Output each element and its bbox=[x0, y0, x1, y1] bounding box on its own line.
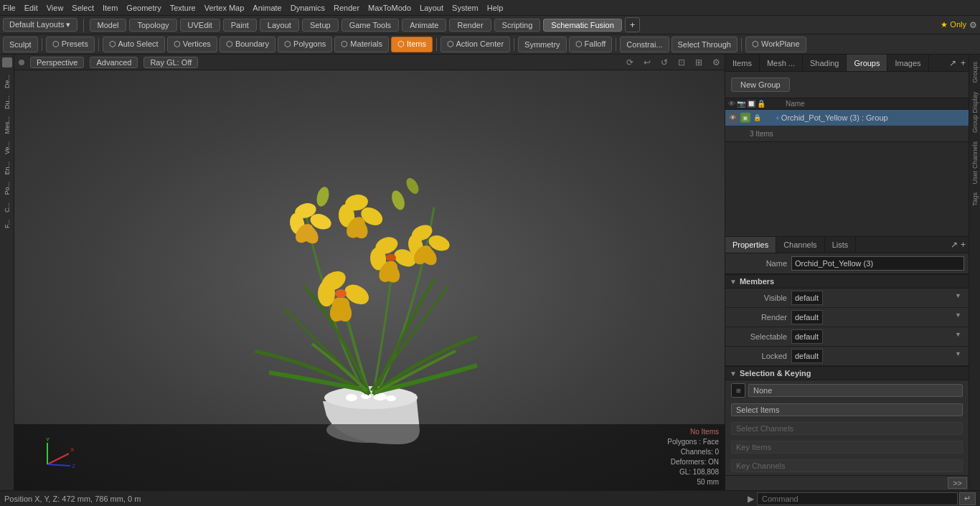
list-item[interactable]: 👁 ▣ 🔒 + Orchid_Pot_Yellow (3) : Group bbox=[725, 110, 969, 126]
add-tab-button[interactable]: + bbox=[625, 17, 641, 32]
locked-select[interactable]: default on off bbox=[791, 349, 823, 363]
ray-gl-button[interactable]: Ray GL: Off bbox=[143, 57, 198, 68]
advanced-button[interactable]: Advanced bbox=[90, 57, 138, 68]
key-items-button[interactable]: Key Items bbox=[731, 441, 963, 454]
expand-icon[interactable]: ↗ bbox=[949, 58, 956, 68]
boundary-button[interactable]: ⬡ Boundary bbox=[220, 37, 275, 52]
props-expand-icon[interactable]: ↗ bbox=[951, 240, 958, 250]
sidebar-toggle[interactable] bbox=[2, 57, 12, 67]
tab-images[interactable]: Images bbox=[887, 55, 928, 71]
polygons-button[interactable]: ⬡ Polygons bbox=[278, 37, 332, 52]
select-items-button[interactable]: Select Items bbox=[731, 403, 963, 416]
tab-topology[interactable]: Topology bbox=[129, 19, 176, 32]
extra-icon[interactable] bbox=[764, 113, 774, 123]
tab-groups[interactable]: Groups bbox=[847, 55, 887, 71]
workplane-button[interactable]: ⬡ WorkPlane bbox=[745, 37, 806, 52]
props-tab-properties[interactable]: Properties bbox=[725, 237, 776, 253]
menu-system[interactable]: System bbox=[452, 4, 479, 12]
sidebar-item-en[interactable]: En... bbox=[2, 159, 12, 178]
menu-layout[interactable]: Layout bbox=[420, 4, 443, 12]
viewport-indicator[interactable] bbox=[19, 60, 24, 65]
menu-texture[interactable]: Texture bbox=[170, 4, 196, 12]
selectable-select[interactable]: default on off bbox=[791, 329, 823, 344]
command-input[interactable] bbox=[757, 492, 958, 505]
viewport-icon-view[interactable]: ⊡ bbox=[678, 57, 685, 67]
sculpt-button[interactable]: Sculpt bbox=[3, 37, 38, 52]
sidebar-item-mesh[interactable]: Mes... bbox=[2, 113, 12, 137]
tab-layout[interactable]: Layout bbox=[260, 19, 299, 32]
menu-view[interactable]: View bbox=[47, 4, 64, 12]
tab-paint[interactable]: Paint bbox=[223, 19, 257, 32]
viewport-icon-settings[interactable]: ⚙ bbox=[712, 57, 720, 67]
vtab-tags[interactable]: Tags bbox=[971, 188, 979, 210]
items-button[interactable]: ⬡ Items bbox=[391, 37, 433, 52]
props-tab-channels[interactable]: Channels bbox=[776, 237, 824, 253]
tab-setup[interactable]: Setup bbox=[302, 19, 339, 32]
menu-animate[interactable]: Animate bbox=[253, 4, 281, 12]
action-center-button[interactable]: ⬡ Action Center bbox=[440, 37, 510, 52]
select-channels-button[interactable]: Select Channels bbox=[731, 422, 963, 435]
render-select[interactable]: default on off bbox=[791, 310, 823, 324]
name-input[interactable] bbox=[791, 256, 964, 271]
tab-model[interactable]: Model bbox=[90, 19, 127, 32]
viewport-canvas[interactable]: No Items Polygons : Face Channels: 0 Def… bbox=[14, 70, 725, 490]
command-submit[interactable]: ↵ bbox=[959, 492, 976, 505]
menu-select[interactable]: Select bbox=[72, 4, 94, 12]
select-through-button[interactable]: Select Through bbox=[672, 37, 738, 52]
viewport-icon-rotate[interactable]: ⟳ bbox=[626, 57, 633, 67]
tab-game-tools[interactable]: Game Tools bbox=[341, 19, 400, 32]
new-group-button[interactable]: New Group bbox=[731, 78, 790, 92]
viewport[interactable]: Perspective Advanced Ray GL: Off ⟳ ↩ ↺ ⊡… bbox=[14, 55, 725, 490]
vtab-group-display[interactable]: Group Display bbox=[971, 88, 979, 137]
falloff-button[interactable]: ⬡ Falloff bbox=[569, 37, 613, 52]
expand-button[interactable]: >> bbox=[948, 477, 967, 489]
sidebar-item-ve[interactable]: Ve... bbox=[2, 139, 12, 157]
sidebar-item-de[interactable]: De... bbox=[2, 72, 12, 91]
key-channels-button[interactable]: Key Channels bbox=[731, 459, 963, 472]
menu-edit[interactable]: Edit bbox=[24, 4, 38, 12]
viewport-icon-undo[interactable]: ↩ bbox=[644, 57, 651, 67]
props-tab-lists[interactable]: Lists bbox=[825, 237, 857, 253]
add-icon[interactable]: + bbox=[961, 58, 966, 68]
tab-animate[interactable]: Animate bbox=[402, 19, 446, 32]
gear-icon[interactable]: ⚙ bbox=[969, 20, 977, 30]
eye-icon[interactable]: 👁 bbox=[728, 113, 738, 123]
perspective-button[interactable]: Perspective bbox=[30, 57, 84, 68]
tab-schematic-fusion[interactable]: Schematic Fusion bbox=[543, 19, 621, 32]
props-add-icon[interactable]: + bbox=[961, 240, 966, 250]
sidebar-item-f[interactable]: F... bbox=[2, 217, 12, 231]
sidebar-item-po[interactable]: Po... bbox=[2, 179, 12, 198]
menu-vertex-map[interactable]: Vertex Map bbox=[204, 4, 245, 12]
menu-dynamics[interactable]: Dynamics bbox=[291, 4, 325, 12]
layouts-dropdown[interactable]: Default Layouts ▾ bbox=[3, 18, 77, 32]
menu-item[interactable]: Item bbox=[103, 4, 118, 12]
presets-button[interactable]: ⬡ Presets bbox=[46, 37, 95, 52]
constrain-button[interactable]: Constrai... bbox=[620, 37, 669, 52]
tab-uvedit[interactable]: UVEdit bbox=[180, 19, 220, 32]
vtab-groups[interactable]: Groups bbox=[971, 57, 979, 88]
item-icon1[interactable]: ▣ bbox=[740, 113, 750, 123]
vtab-user-channels[interactable]: User Channels bbox=[971, 137, 979, 189]
auto-select-button[interactable]: ⬡ Auto Select bbox=[103, 37, 165, 52]
menu-maxtomodo[interactable]: MaxToModo bbox=[368, 4, 411, 12]
lock-icon[interactable]: 🔒 bbox=[753, 113, 763, 123]
item-expand[interactable]: + bbox=[776, 114, 780, 122]
tab-items[interactable]: Items bbox=[725, 55, 760, 71]
sidebar-item-c[interactable]: C... bbox=[2, 200, 12, 215]
symmetry-button[interactable]: Symmetry bbox=[518, 37, 567, 52]
sk-section-header[interactable]: ▼ Selection & Keying bbox=[725, 366, 969, 380]
tab-scripting[interactable]: Scripting bbox=[494, 19, 541, 32]
menu-file[interactable]: File bbox=[3, 4, 16, 12]
menu-help[interactable]: Help bbox=[487, 4, 504, 12]
materials-button[interactable]: ⬡ Materials bbox=[334, 37, 389, 52]
none-button[interactable]: None bbox=[748, 384, 963, 397]
tab-mesh[interactable]: Mesh ... bbox=[760, 55, 803, 71]
members-section-header[interactable]: ▼ Members bbox=[725, 274, 969, 289]
tab-render[interactable]: Render bbox=[449, 19, 491, 32]
viewport-icon-grid[interactable]: ⊞ bbox=[695, 57, 702, 67]
menu-render[interactable]: Render bbox=[334, 4, 359, 12]
tab-shading[interactable]: Shading bbox=[803, 55, 847, 71]
menu-geometry[interactable]: Geometry bbox=[126, 4, 161, 12]
visible-select[interactable]: default on off bbox=[791, 291, 823, 305]
vertices-button[interactable]: ⬡ Vertices bbox=[167, 37, 217, 52]
